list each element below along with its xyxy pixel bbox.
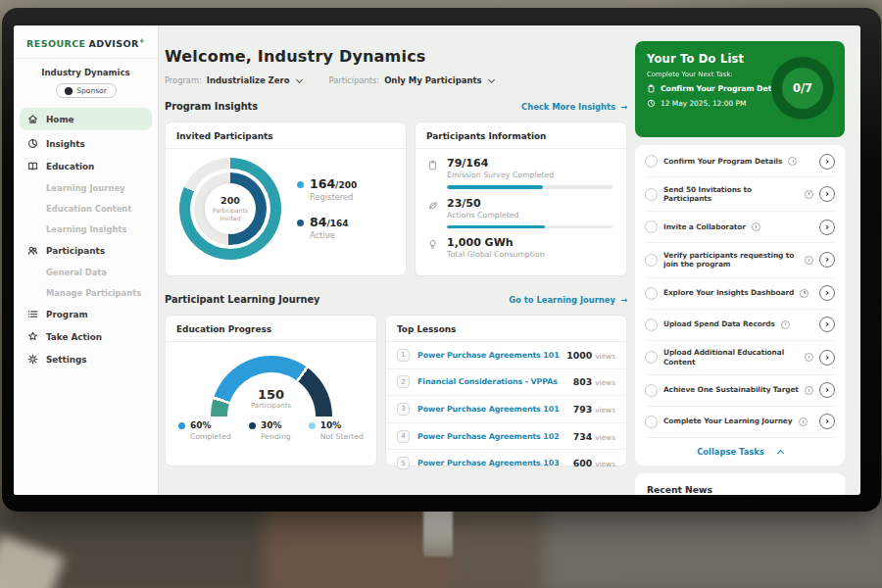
todo-next-task: Confirm Your Program Details xyxy=(661,84,786,93)
sidebar-item-learning-journey[interactable]: Learning Journey xyxy=(14,177,158,198)
todo-tasks-card: Confirm Your Program Details › Send 50 I… xyxy=(635,145,845,466)
sidebar-item-program[interactable]: Program xyxy=(14,303,158,325)
task-go-button[interactable]: › xyxy=(819,317,835,332)
task-go-button[interactable]: › xyxy=(819,350,835,366)
task-row[interactable]: Explore Your Insights Dashboard › xyxy=(645,278,835,310)
task-checkbox[interactable] xyxy=(645,155,658,168)
task-checkbox[interactable] xyxy=(645,254,658,267)
lesson-rank: 4 xyxy=(397,430,410,443)
arrow-right-icon: → xyxy=(620,102,627,112)
dashboard-screen: RESOURCEADVISOR+ Industry Dynamics Spons… xyxy=(14,25,860,495)
education-icon xyxy=(27,161,38,172)
task-row[interactable]: Upload Spend Data Records › xyxy=(645,310,835,341)
task-go-button[interactable]: › xyxy=(819,252,835,268)
sidebar-item-take-action[interactable]: Take Action xyxy=(14,325,158,348)
clock-icon xyxy=(805,353,813,362)
program-filter-label: Program: xyxy=(165,75,202,85)
todo-column: Your To Do List Complete Your Next Task:… xyxy=(635,25,845,495)
sidebar-item-manage-participants[interactable]: Manage Participants xyxy=(14,282,158,303)
task-go-button[interactable]: › xyxy=(819,154,835,170)
lesson-row: 3 Power Purchase Agreements 101 793views xyxy=(386,396,626,423)
participants-icon xyxy=(27,245,38,256)
task-row[interactable]: Invite a Collaborator › xyxy=(645,212,835,243)
brand-plus: + xyxy=(139,37,145,45)
donut-center-value: 200 xyxy=(220,195,240,206)
sidebar-item-general-data[interactable]: General Data xyxy=(14,262,158,282)
sidebar-item-label: Manage Participants xyxy=(46,288,141,298)
insights-icon xyxy=(27,138,38,149)
sidebar-item-label: Participants xyxy=(46,246,105,256)
go-to-learning-journey-link[interactable]: Go to Learning Journey→ xyxy=(509,295,627,305)
collapse-label: Collapse Tasks xyxy=(697,447,764,457)
program-filter[interactable]: Program:Industrialize Zero xyxy=(165,75,302,85)
legend-item: 84/164 Active xyxy=(297,216,357,240)
lesson-link[interactable]: Financial Considerations - VPPAs xyxy=(417,377,573,386)
stat-row: 1,000 GWh Total Global Consumption xyxy=(427,236,614,259)
collapse-tasks-link[interactable]: Collapse Tasks xyxy=(645,438,835,462)
legend-item: 60% Completed xyxy=(178,420,231,441)
lesson-link[interactable]: Power Purchase Agreements 103 xyxy=(417,459,573,467)
chevron-right-icon: › xyxy=(825,287,829,298)
clock-icon xyxy=(647,99,656,108)
sidebar-item-label: Education Content xyxy=(46,204,131,214)
sidebar-item-education[interactable]: Education xyxy=(14,155,158,177)
check-more-insights-link[interactable]: Check More Insights→ xyxy=(521,102,627,112)
task-checkbox[interactable] xyxy=(645,188,658,201)
legend-label: Active xyxy=(310,230,348,240)
lesson-views: 1000 xyxy=(566,350,592,361)
sidebar-item-label: Education xyxy=(46,162,94,172)
section-title: Program Insights xyxy=(165,101,258,112)
task-go-button[interactable]: › xyxy=(819,285,835,301)
task-row[interactable]: Achieve One Sustainability Target › xyxy=(645,375,835,407)
task-checkbox[interactable] xyxy=(645,287,658,300)
brand-logo: RESOURCEADVISOR+ xyxy=(14,37,158,59)
sidebar-item-education-content[interactable]: Education Content xyxy=(14,198,158,219)
task-row[interactable]: Complete Your Learning Journey › xyxy=(645,407,835,438)
participants-filter[interactable]: Participants:Only My Participants xyxy=(329,75,494,85)
legend-total: /164 xyxy=(326,219,348,228)
task-row[interactable]: Verify participants requesting to join t… xyxy=(645,243,835,277)
sidebar-item-label: Insights xyxy=(46,139,85,149)
task-label: Confirm Your Program Details xyxy=(663,157,782,167)
task-row[interactable]: Confirm Your Program Details › xyxy=(645,146,835,177)
lesson-rank: 2 xyxy=(397,375,410,388)
brand-secondary: ADVISOR xyxy=(88,38,138,49)
sidebar-item-home[interactable]: Home xyxy=(20,108,152,130)
task-checkbox[interactable] xyxy=(645,351,658,364)
legend-value: 30% xyxy=(261,420,282,430)
task-checkbox[interactable] xyxy=(645,220,658,233)
invited-card-body: 200 Participants Invited 164/200 Registe… xyxy=(166,149,406,260)
lesson-link[interactable]: Power Purchase Agreements 102 xyxy=(417,432,573,441)
section-title: Participant Learning Journey xyxy=(165,294,320,305)
task-label: Explore Your Insights Dashboard xyxy=(663,288,794,298)
task-row[interactable]: Upload Additional Educational Content › xyxy=(645,341,835,375)
sidebar-item-learning-insights[interactable]: Learning Insights xyxy=(14,219,158,239)
legend-value: 10% xyxy=(320,420,342,430)
task-checkbox[interactable] xyxy=(645,318,658,331)
link-label: Check More Insights xyxy=(521,102,615,112)
legend-item: 10% Not Started xyxy=(309,420,364,441)
sponsor-icon xyxy=(65,87,73,95)
sidebar-item-insights[interactable]: Insights xyxy=(14,132,158,155)
task-go-button[interactable]: › xyxy=(819,186,835,202)
task-go-button[interactable]: › xyxy=(819,220,835,235)
legend-label: Not Started xyxy=(320,432,364,441)
task-label: Invite a Collaborator xyxy=(663,222,746,232)
sidebar-item-settings[interactable]: Settings xyxy=(14,348,158,370)
task-go-button[interactable]: › xyxy=(819,414,835,429)
task-row[interactable]: Send 50 Invitations to Participants › xyxy=(645,177,835,212)
lesson-row: 5 Power Purchase Agreements 103 600views xyxy=(386,450,626,476)
stat-row: 23/50 Actions Completed xyxy=(427,197,614,220)
sidebar-item-participants[interactable]: Participants xyxy=(14,239,158,262)
task-go-button[interactable]: › xyxy=(819,382,835,398)
brand-primary: RESOURCE xyxy=(26,38,85,49)
task-checkbox[interactable] xyxy=(645,416,658,428)
participants-filter-label: Participants: xyxy=(329,75,380,85)
sidebar-item-label: Take Action xyxy=(46,332,102,342)
todo-progress-ring: 0/7 xyxy=(771,57,834,120)
lesson-link[interactable]: Power Purchase Agreements 101 xyxy=(417,351,566,360)
stat-value: 79/164 xyxy=(447,157,554,170)
lesson-link[interactable]: Power Purchase Agreements 101 xyxy=(417,405,573,414)
invited-participants-card: Invited Participants 200 Participants In… xyxy=(165,122,407,276)
task-checkbox[interactable] xyxy=(645,384,658,397)
